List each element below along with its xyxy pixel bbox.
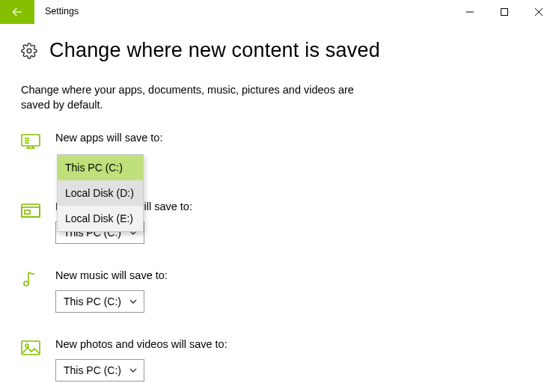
chevron-down-icon — [129, 297, 138, 306]
apps-dropdown[interactable]: This PC (C:) Local Disk (D:) Local Disk … — [57, 154, 144, 232]
dropdown-option[interactable]: Local Disk (D:) — [58, 180, 143, 206]
setting-music: New music will save to: This PC (C:) — [21, 269, 535, 313]
svg-rect-6 — [22, 135, 40, 146]
setting-photos-label: New photos and videos will save to: — [55, 338, 535, 350]
music-icon — [21, 271, 40, 287]
minimize-icon — [466, 8, 474, 16]
setting-apps-label: New apps will save to: — [55, 132, 535, 144]
photos-icon — [21, 340, 40, 356]
apps-icon — [21, 133, 40, 150]
svg-point-5 — [27, 49, 31, 53]
maximize-button[interactable] — [487, 0, 522, 24]
back-arrow-icon — [10, 5, 24, 19]
svg-rect-15 — [25, 210, 30, 214]
chevron-down-icon — [129, 366, 138, 375]
setting-music-label: New music will save to: — [55, 269, 535, 281]
svg-rect-19 — [22, 341, 40, 355]
svg-point-20 — [25, 344, 28, 347]
window-title: Settings — [34, 0, 88, 24]
gear-icon — [21, 43, 37, 59]
minimize-button[interactable] — [453, 0, 487, 24]
svg-rect-2 — [501, 9, 508, 16]
svg-line-18 — [28, 272, 34, 275]
documents-icon — [21, 202, 40, 218]
setting-photos-combo[interactable]: This PC (C:) — [55, 359, 144, 382]
combo-value: This PC (C:) — [64, 295, 121, 307]
close-button[interactable] — [522, 0, 556, 24]
dropdown-option[interactable]: Local Disk (E:) — [58, 206, 143, 231]
close-icon — [535, 8, 543, 16]
svg-point-16 — [24, 281, 28, 286]
dropdown-option[interactable]: This PC (C:) — [58, 155, 143, 180]
maximize-icon — [501, 8, 508, 16]
back-button[interactable] — [0, 0, 34, 24]
titlebar: Settings — [0, 0, 556, 24]
combo-value: This PC (C:) — [64, 364, 121, 376]
heading-row: Change where new content is saved — [21, 39, 535, 62]
setting-music-combo[interactable]: This PC (C:) — [55, 290, 144, 313]
page-description: Change where your apps, documents, music… — [21, 83, 365, 112]
titlebar-spacer[interactable] — [88, 0, 453, 24]
page-heading: Change where new content is saved — [49, 39, 380, 62]
setting-photos: New photos and videos will save to: This… — [21, 338, 535, 382]
